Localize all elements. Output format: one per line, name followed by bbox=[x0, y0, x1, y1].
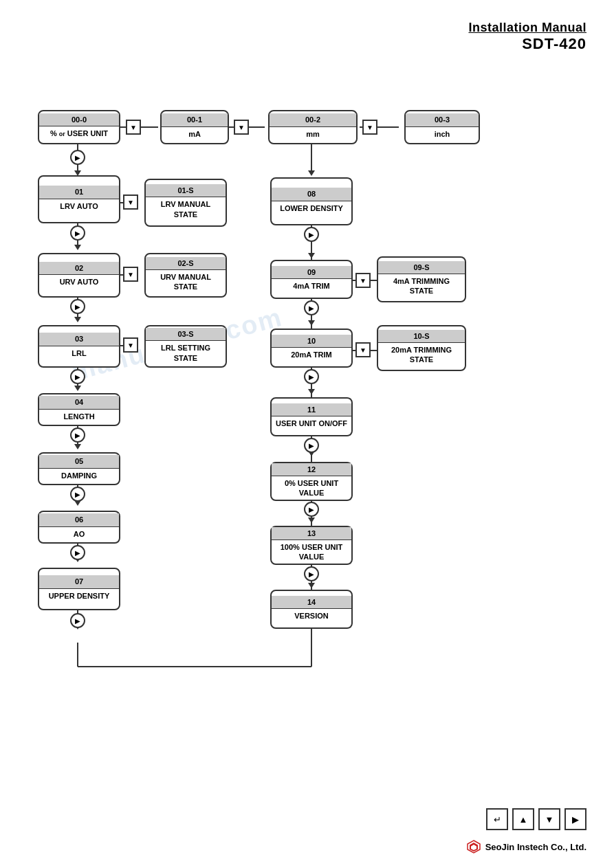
box-07: 07 UPPER DENSITY bbox=[38, 568, 120, 610]
box-14-label: VERSION bbox=[292, 609, 331, 623]
box-03s: 03-S LRL SETTING STATE bbox=[144, 325, 227, 368]
svg-marker-17 bbox=[74, 444, 81, 449]
box-03: 03 LRL bbox=[38, 325, 120, 368]
box-12-label: 0% USER UNIT VALUE bbox=[272, 476, 351, 500]
company-logo-icon bbox=[466, 839, 481, 854]
footer: SeoJin Instech Co., Ltd. bbox=[466, 839, 586, 854]
svg-marker-41 bbox=[308, 583, 315, 588]
box-11-id: 11 bbox=[272, 403, 351, 416]
box-09-label: 4mA TRIM bbox=[290, 279, 332, 293]
box-06: 06 AO bbox=[38, 511, 120, 544]
box-09s-id: 09-S bbox=[378, 261, 465, 274]
box-10-label: 20mA TRIM bbox=[288, 348, 335, 361]
box-11-label: USER UNIT ON/OFF bbox=[273, 416, 350, 430]
arrow-right-01[interactable]: ▼ bbox=[123, 194, 138, 210]
box-09: 09 4mA TRIM bbox=[270, 260, 353, 299]
play-btn-07[interactable]: ▶ bbox=[70, 613, 85, 628]
nav-btn-enter[interactable]: ↵ bbox=[486, 808, 508, 830]
box-10s: 10-S 20mA TRIMMING STATE bbox=[377, 325, 466, 371]
play-btn-00-0[interactable]: ▶ bbox=[70, 150, 85, 165]
box-08-id: 08 bbox=[272, 188, 351, 201]
box-00-0: 00-0 % or USER UNIT bbox=[38, 110, 120, 144]
play-btn-13[interactable]: ▶ bbox=[304, 566, 319, 581]
arrow-right-10[interactable]: ▼ bbox=[355, 342, 371, 357]
box-06-label: AO bbox=[71, 527, 88, 541]
box-00-1-label: mA bbox=[186, 127, 204, 141]
play-btn-01[interactable]: ▶ bbox=[70, 225, 85, 241]
box-01: 01 LRV AUTO bbox=[38, 175, 120, 223]
box-12-id: 12 bbox=[272, 463, 351, 476]
box-03-id: 03 bbox=[39, 333, 119, 346]
play-btn-03[interactable]: ▶ bbox=[70, 369, 85, 384]
play-btn-08[interactable]: ▶ bbox=[304, 227, 319, 242]
box-00-3-label: inch bbox=[432, 127, 453, 141]
box-10s-label: 20mA TRIMMING STATE bbox=[378, 343, 465, 367]
box-07-id: 07 bbox=[39, 575, 119, 588]
svg-marker-6 bbox=[308, 170, 315, 176]
box-08-label: LOWER DENSITY bbox=[277, 201, 346, 215]
box-13-id: 13 bbox=[272, 527, 351, 540]
box-03s-id: 03-S bbox=[146, 328, 226, 341]
box-14-id: 14 bbox=[272, 596, 351, 609]
box-11: 11 USER UNIT ON/OFF bbox=[270, 397, 353, 436]
play-btn-05[interactable]: ▶ bbox=[70, 487, 85, 502]
svg-marker-12 bbox=[74, 317, 81, 322]
svg-marker-15 bbox=[74, 386, 81, 391]
box-01s-label: LRV MANUAL STATE bbox=[146, 197, 226, 221]
box-04: 04 LENGTH bbox=[38, 393, 120, 426]
box-01s-id: 01-S bbox=[146, 184, 226, 197]
box-00-1-id: 00-1 bbox=[162, 113, 228, 126]
box-02s: 02-S URV MANUAL STATE bbox=[144, 253, 227, 298]
box-09s-label: 4mA TRIMMING STATE bbox=[378, 274, 465, 298]
arrow-right-02[interactable]: ▼ bbox=[123, 267, 138, 282]
box-00-2-id: 00-2 bbox=[270, 113, 356, 126]
box-00-0-id: 00-0 bbox=[39, 113, 119, 126]
box-10: 10 20mA TRIM bbox=[270, 329, 353, 368]
nav-btn-down[interactable]: ▼ bbox=[538, 808, 560, 830]
box-13: 13 100% USER UNIT VALUE bbox=[270, 526, 353, 565]
play-btn-04[interactable]: ▶ bbox=[70, 427, 85, 443]
box-13-label: 100% USER UNIT VALUE bbox=[272, 540, 351, 564]
box-10s-id: 10-S bbox=[378, 330, 465, 343]
arrow-right-03[interactable]: ▼ bbox=[123, 337, 138, 353]
svg-marker-39 bbox=[308, 518, 315, 523]
box-04-id: 04 bbox=[39, 396, 119, 409]
box-00-3-id: 00-3 bbox=[406, 113, 479, 126]
box-03s-label: LRL SETTING STATE bbox=[146, 341, 226, 365]
arrow-down-00-0[interactable]: ▼ bbox=[126, 120, 141, 135]
box-01s: 01-S LRV MANUAL STATE bbox=[144, 179, 227, 227]
arrow-right-09[interactable]: ▼ bbox=[355, 273, 371, 288]
box-14: 14 VERSION bbox=[270, 590, 353, 629]
box-00-3: 00-3 inch bbox=[404, 110, 480, 144]
play-btn-02[interactable]: ▶ bbox=[70, 299, 85, 314]
box-00-2-label: mm bbox=[303, 127, 322, 141]
box-08: 08 LOWER DENSITY bbox=[270, 177, 353, 225]
play-btn-09[interactable]: ▶ bbox=[304, 300, 319, 315]
svg-marker-35 bbox=[308, 389, 315, 394]
nav-buttons: ↵ ▲ ▼ ▶ bbox=[486, 808, 586, 830]
box-09s: 09-S 4mA TRIMMING STATE bbox=[377, 256, 466, 302]
header-subtitle: SDT-420 bbox=[468, 35, 586, 53]
box-02s-label: URV MANUAL STATE bbox=[146, 270, 226, 294]
box-04-label: LENGTH bbox=[61, 410, 97, 423]
arrow-down-00-2[interactable]: ▼ bbox=[362, 120, 377, 135]
box-00-2: 00-2 mm bbox=[268, 110, 358, 144]
box-12: 12 0% USER UNIT VALUE bbox=[270, 462, 353, 501]
box-01-label: LRV AUTO bbox=[57, 199, 100, 213]
play-btn-06[interactable]: ▶ bbox=[70, 545, 85, 560]
nav-btn-right[interactable]: ▶ bbox=[564, 808, 586, 830]
arrow-down-00-1[interactable]: ▼ bbox=[234, 120, 249, 135]
company-name: SeoJin Instech Co., Ltd. bbox=[485, 842, 586, 852]
box-07-label: UPPER DENSITY bbox=[46, 589, 113, 603]
play-btn-11[interactable]: ▶ bbox=[304, 438, 319, 453]
box-09-id: 09 bbox=[272, 266, 351, 279]
box-00-0-label: % or USER UNIT bbox=[47, 126, 111, 141]
box-10-id: 10 bbox=[272, 335, 351, 348]
header-title: Installation Manual bbox=[468, 21, 586, 35]
play-btn-12[interactable]: ▶ bbox=[304, 502, 319, 517]
nav-btn-up[interactable]: ▲ bbox=[512, 808, 534, 830]
box-00-1: 00-1 mA bbox=[160, 110, 229, 144]
play-btn-10[interactable]: ▶ bbox=[304, 369, 319, 384]
box-05: 05 DAMPING bbox=[38, 452, 120, 485]
box-02-label: URV AUTO bbox=[57, 275, 102, 289]
